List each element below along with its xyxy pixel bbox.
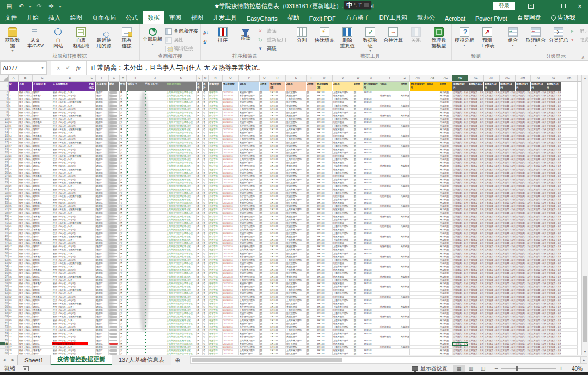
column-header-AA[interactable]: AA (410, 75, 426, 81)
tab-view[interactable]: 视图 (186, 11, 208, 24)
restore-button[interactable] (555, 0, 572, 12)
tab-review[interactable]: 审阅 (164, 11, 186, 24)
header-cell-T[interactable]: 2结果 (307, 82, 316, 91)
column-header-S[interactable]: S (286, 75, 307, 81)
tab-page-layout[interactable]: 页面布局 (87, 11, 121, 24)
column-header-AB[interactable]: AB (426, 75, 439, 81)
column-header-U[interactable]: U (316, 75, 333, 81)
column-header-AE[interactable]: AE (468, 75, 484, 81)
qat-customize-icon[interactable]: ▾ (59, 4, 61, 8)
column-header-O[interactable]: O (223, 75, 239, 81)
insert-function-icon[interactable]: fx (76, 65, 81, 71)
header-cell-Q[interactable]: 1结果 (260, 82, 270, 91)
macro-record-icon[interactable] (23, 366, 29, 371)
tab-file[interactable]: 文件 (0, 11, 22, 24)
column-header-W[interactable]: W (353, 75, 363, 81)
name-box-caret-icon[interactable]: ▼ (41, 66, 44, 70)
ribbon-button[interactable]: 取消组合▼ (524, 26, 547, 47)
header-cell-X[interactable]: 第4次核酸时间 (363, 82, 379, 91)
ribbon-button[interactable]: 自表 格/区域 (70, 26, 93, 48)
column-header-P[interactable]: P (239, 75, 260, 81)
sheet-tab[interactable]: 疫情管控数据更新 (51, 355, 112, 365)
sheet-tab[interactable]: Sheet1 (17, 355, 51, 365)
select-all-corner[interactable] (0, 75, 9, 81)
column-header-D[interactable]: D (52, 75, 88, 81)
column-header-I[interactable]: I (127, 75, 144, 81)
column-header-AH[interactable]: AH (516, 75, 531, 81)
header-cell-P[interactable]: 1地点 (239, 82, 260, 91)
tab-baidu-netdisk[interactable]: 百度网盘 (512, 11, 546, 24)
tab-draw[interactable]: 绘图 (65, 11, 87, 24)
header-cell-G[interactable]: 姓名 (109, 82, 120, 91)
ime-indicator[interactable]: 中°,半 (344, 1, 371, 9)
ribbon-button[interactable]: 排序 (211, 26, 234, 43)
column-header-K[interactable]: K (166, 75, 197, 81)
column-header-AK[interactable]: AK (561, 75, 578, 81)
tab-easycharts[interactable]: EasyCharts (242, 13, 283, 24)
tab-insert[interactable]: 插入 (44, 11, 65, 24)
tab-tell-me[interactable]: 告诉我 (546, 11, 580, 24)
tab-developer[interactable]: 开发工具 (208, 11, 242, 24)
column-header-J[interactable]: J (144, 75, 166, 81)
new-sheet-button[interactable]: ⊕ (171, 355, 183, 365)
ribbon-button[interactable]: 全部刷新▼ (141, 26, 164, 46)
column-header-M[interactable]: M (203, 75, 209, 81)
sheet-nav-right-icon[interactable]: ► (9, 355, 17, 365)
header-cell-W[interactable]: 3结果 (353, 82, 363, 91)
header-cell-AC[interactable]: 5结果 (439, 82, 452, 91)
header-cell-E[interactable]: 更新 情况 (88, 82, 96, 91)
header-cell-AK[interactable] (561, 82, 578, 91)
header-cell-L[interactable]: 是否 (197, 82, 203, 91)
ribbon-button[interactable]: 数据验 证▼ (359, 26, 382, 52)
column-header-AJ[interactable]: AJ (546, 75, 561, 81)
tab-formulas[interactable]: 公式 (121, 11, 143, 24)
header-cell-D[interactable]: 人员当前状态 (52, 82, 88, 91)
zoom-level[interactable]: 40% (566, 366, 583, 372)
tab-help[interactable]: 帮助 (283, 11, 304, 24)
ribbon-button[interactable]: 查询和连接 (165, 28, 198, 35)
ribbon-button[interactable]: 从文 本/CSV (24, 26, 47, 48)
column-header-Q[interactable]: Q (260, 75, 270, 81)
header-cell-M[interactable]: 离沪 (203, 82, 209, 91)
column-header-R[interactable]: R (270, 75, 286, 81)
column-header-Y[interactable]: Y (379, 75, 400, 81)
column-header-V[interactable]: V (333, 75, 353, 81)
page-break-view-button[interactable]: ◫ (477, 365, 489, 372)
horizontal-scroll-thumb[interactable] (192, 358, 342, 362)
name-box[interactable]: AD77 ▼ (0, 61, 47, 75)
tab-power-pivot[interactable]: Power Pivot (470, 13, 512, 24)
undo-icon[interactable]: ↶ (17, 2, 25, 10)
ribbon-button[interactable]: 分类汇总 (547, 26, 570, 43)
header-cell-AD[interactable]: 新增3月10日 (452, 82, 468, 91)
header-cell-AG[interactable]: 新增3月13日 (500, 82, 516, 91)
column-header-AG[interactable]: AG (500, 75, 516, 81)
horizontal-scrollbar[interactable]: ► (190, 356, 587, 364)
normal-view-button[interactable]: ▦ (453, 365, 465, 372)
share-button[interactable]: 共享 (580, 3, 588, 24)
header-cell-AF[interactable]: 新增3月12日 (484, 82, 500, 91)
confirm-entry-icon[interactable]: ✓ (65, 64, 70, 71)
header-cell-AH[interactable]: 新增3月14日 (516, 82, 531, 91)
column-header-T[interactable]: T (307, 75, 316, 81)
tab-ffcell[interactable]: 方方格子 (341, 11, 375, 24)
column-header-C[interactable]: C (33, 75, 52, 81)
touch-mode-icon[interactable]: ✛ (47, 2, 55, 10)
header-cell-H[interactable]: 性别 (120, 82, 127, 91)
save-icon[interactable]: ▤ (5, 2, 13, 10)
header-cell-F[interactable]: 人员类别 (96, 82, 109, 91)
header-cell-O[interactable]: 第1次核酸 (223, 82, 239, 91)
column-header-A[interactable]: A (9, 75, 19, 81)
column-header-AF[interactable]: AF (484, 75, 500, 81)
column-header-X[interactable]: X (363, 75, 379, 81)
page-layout-view-button[interactable]: ▥ (465, 365, 477, 372)
azasc-icon[interactable] (203, 28, 210, 35)
header-cell-AJ[interactable]: 新增3月16日 (546, 82, 561, 91)
minimize-button[interactable]: — (539, 0, 555, 12)
header-cell-I[interactable]: 身份证号 (127, 82, 144, 91)
selected-cell[interactable]: 正常隔离：未外出 无异常 (452, 342, 468, 346)
column-header-H[interactable]: H (120, 75, 127, 81)
zoom-out-icon[interactable]: − (494, 365, 498, 372)
zoom-slider-thumb[interactable] (516, 366, 518, 371)
column-header-AD[interactable]: AD (452, 75, 468, 81)
header-cell-S[interactable]: 2地点 (286, 82, 307, 91)
